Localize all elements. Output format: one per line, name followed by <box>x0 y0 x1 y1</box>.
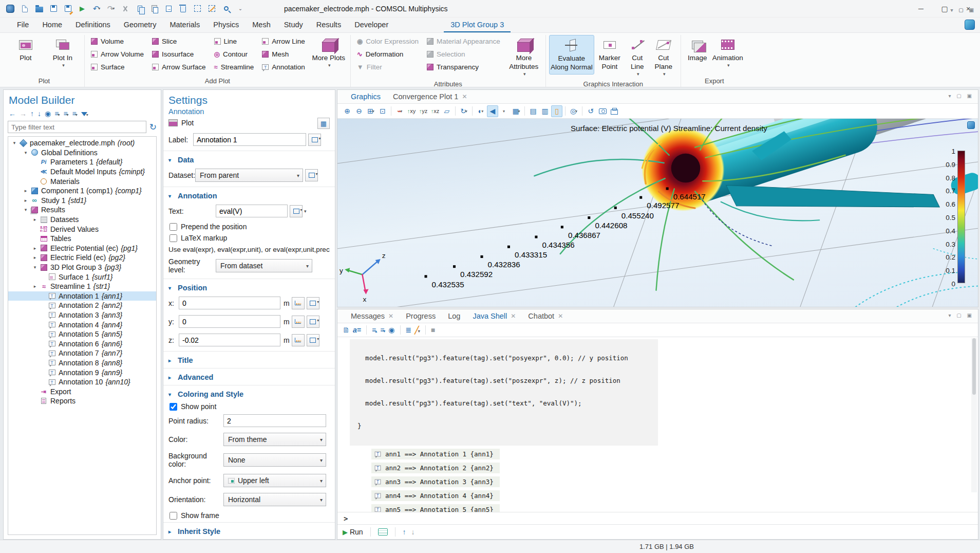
expand-all-icon[interactable]: ≡▾ <box>63 109 68 118</box>
tree-item-default-model-inputs[interactable]: ≪Default Model Inputs{cminpt} <box>8 167 156 177</box>
isosurface-button[interactable]: Isosurface <box>149 48 209 61</box>
minimize-button[interactable]: ─ <box>909 0 933 17</box>
rotate-icon[interactable]: ↻▾ <box>458 105 469 117</box>
chevron-icon[interactable]: ▾ <box>22 150 30 155</box>
section-advanced[interactable]: ▸Advanced <box>163 370 335 384</box>
close-tab-icon[interactable]: ✕ <box>462 93 467 100</box>
deselect-box-icon[interactable] <box>205 3 218 15</box>
move-up-icon[interactable]: ↑ <box>30 109 34 118</box>
customize-toolbar-icon[interactable]: ⌄ <box>234 3 247 15</box>
grid-icon[interactable]: ▤ <box>527 105 539 117</box>
tab-mesh[interactable]: Mesh <box>246 18 277 32</box>
annotation-text-input[interactable] <box>216 205 288 217</box>
animation-button[interactable]: Animation▾ <box>711 35 745 70</box>
tab-results[interactable]: Results <box>310 18 348 32</box>
scene-icon[interactable]: ◐▾ <box>475 105 486 117</box>
update-plot-icon[interactable]: ↺ <box>585 105 596 117</box>
panel-window-controls[interactable]: ▾ ▢ ▣ <box>949 93 974 99</box>
tab-study[interactable]: Study <box>277 18 310 32</box>
tab-materials[interactable]: Materials <box>163 18 206 32</box>
grid-settings-icon[interactable]: ▥ <box>539 105 551 117</box>
tree-item-annotation-7[interactable]: TAnnotation 7{ann7} <box>8 348 156 358</box>
tab-log[interactable]: Log <box>442 309 466 323</box>
plot-secondary-button[interactable]: ▦ <box>317 118 330 129</box>
geometry-level-dropdown[interactable]: From dataset <box>216 259 312 272</box>
auto-complete-icon[interactable]: a= <box>353 326 361 334</box>
tab-home[interactable]: Home <box>35 18 69 32</box>
print-icon[interactable] <box>609 105 620 117</box>
prepend-position-checkbox[interactable] <box>169 223 177 231</box>
tree-item-tables[interactable]: Tables <box>8 234 156 244</box>
export-script-icon[interactable]: 🗎 <box>343 326 350 334</box>
tree-item-streamline-1[interactable]: ▸≈Streamline 1{str1} <box>8 282 156 291</box>
section-inherit-style[interactable]: ▸Inherit Style <box>163 524 335 538</box>
select-zoom-icon[interactable]: ◎▾ <box>568 105 579 117</box>
view-xz-icon[interactable]: ↑xz <box>429 105 441 117</box>
close-tab-icon[interactable]: ✕ <box>511 312 516 320</box>
chevron-icon[interactable]: ▸ <box>31 217 39 222</box>
dataset-go-button[interactable] <box>305 169 318 181</box>
streamline-button[interactable]: ≈Streamline <box>211 61 257 73</box>
chevron-icon[interactable]: ▸ <box>22 198 30 203</box>
tree-item-annotation-2[interactable]: TAnnotation 2{ann2} <box>8 301 156 310</box>
undo-icon[interactable]: ↶▾ <box>90 3 103 15</box>
tab-chatbot[interactable]: Chatbot✕ <box>522 309 569 323</box>
tree-item-results[interactable]: ▾Results <box>8 205 156 215</box>
mesh-button[interactable]: Mesh <box>259 48 308 61</box>
arrow-volume-button[interactable]: Arrow Volume <box>88 48 147 61</box>
tree-item-surface-1[interactable]: Surface 1{surf1} <box>8 272 156 282</box>
open-file-icon[interactable] <box>33 3 45 15</box>
tree-item-reports[interactable]: Reports <box>8 396 156 406</box>
line-button[interactable]: Line <box>211 35 257 48</box>
save-as-icon[interactable] <box>62 3 74 15</box>
filter-funnel-icon[interactable]: ▾ <box>81 110 88 118</box>
close-tab-icon[interactable]: ✕ <box>558 312 563 320</box>
history-up-icon[interactable]: ↑ <box>403 528 406 536</box>
tree-item-parameters[interactable]: PiParameters 1{default} <box>8 157 156 167</box>
background-color-dropdown[interactable]: None <box>223 453 326 467</box>
view-yz-icon[interactable]: ↑yz <box>418 105 429 117</box>
tree-item-3d-plot-group-3[interactable]: ▾3D Plot Group 3{pg3} <box>8 263 156 272</box>
dataset-dropdown[interactable]: From parent <box>195 169 303 182</box>
shell-prompt[interactable]: > <box>337 512 978 524</box>
y-input[interactable] <box>179 315 280 328</box>
tab-messages[interactable]: Messages✕ <box>345 309 400 323</box>
back-icon[interactable]: ← <box>9 109 16 118</box>
rename-button[interactable] <box>308 134 321 146</box>
section-title[interactable]: ▸Title <box>163 353 335 367</box>
tree-item-annotation-1[interactable]: TAnnotation 1{ann1} <box>8 291 156 301</box>
chevron-icon[interactable]: ▸ <box>31 255 39 260</box>
label-input[interactable] <box>193 133 306 146</box>
graphics-canvas[interactable]: 0.644517 0.492577 0.455240 0.442608 0.43… <box>337 119 978 307</box>
point-radius-input[interactable] <box>223 414 326 427</box>
section-position[interactable]: ▾Position <box>163 280 335 294</box>
chevron-icon[interactable]: ▸ <box>31 246 39 251</box>
tab-3d-plot-group-3[interactable]: 3D Plot Group 3 <box>444 18 511 32</box>
surface-button[interactable]: Surface <box>88 61 147 73</box>
zoom-box-icon[interactable]: ⊞▾ <box>365 105 376 117</box>
tree-item-annotation-8[interactable]: TAnnotation 8{ann8} <box>8 358 156 368</box>
annotation-button[interactable]: TAnnotation <box>259 61 308 73</box>
tab-file[interactable]: File <box>10 18 35 32</box>
model-tree-node-text-icon[interactable]: ≡▾ <box>72 109 78 118</box>
find-icon[interactable] <box>220 3 232 15</box>
tree-item-electric-potential[interactable]: ▸Electric Potential (ec){pg1} <box>8 244 156 253</box>
show-frame-checkbox[interactable] <box>169 512 177 520</box>
x-combo-button[interactable] <box>307 297 319 309</box>
tree-item-annotation-10[interactable]: TAnnotation 10{ann10} <box>8 377 156 387</box>
plot-button[interactable]: Plot <box>7 35 44 65</box>
help-icon[interactable] <box>965 20 975 30</box>
volume-button[interactable]: Volume <box>88 35 147 48</box>
settings-plot-button[interactable]: Plot <box>181 119 194 127</box>
tab-physics[interactable]: Physics <box>206 18 246 32</box>
tree-item-derived-values[interactable]: 8.85 e-12Derived Values <box>8 224 156 234</box>
evaluate-along-normal-button[interactable]: Evaluate Along Normal <box>549 35 594 75</box>
tree-item-root[interactable]: ▾pacemaker_electrode.mph(root) <box>8 138 156 148</box>
arrow-line-button[interactable]: Arrow Line <box>259 35 308 48</box>
tree-item-study-1[interactable]: ▸∞Study 1{std1} <box>8 196 156 206</box>
more-plots-button[interactable]: More Plots▾ <box>310 35 347 70</box>
z-combo-button[interactable] <box>307 334 319 346</box>
projection-icon[interactable]: ▱ <box>441 105 453 117</box>
word-wrap-icon[interactable]: ≣ <box>406 326 412 334</box>
tab-geometry[interactable]: Geometry <box>117 18 163 32</box>
